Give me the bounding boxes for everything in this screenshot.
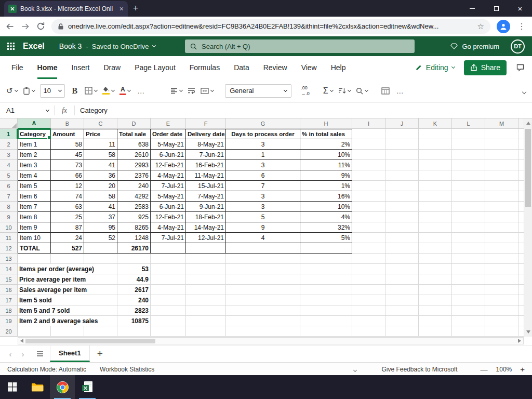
menu-tab-data[interactable]: Data xyxy=(234,56,249,79)
cell-H4[interactable]: 11% xyxy=(300,160,352,170)
cell-D15[interactable]: 44.9 xyxy=(117,274,151,285)
cell-F4[interactable]: 16-Feb-21 xyxy=(186,160,226,170)
cell-G18[interactable] xyxy=(226,305,300,316)
scroll-down-icon[interactable] xyxy=(526,330,530,334)
cell-B13[interactable] xyxy=(51,254,84,264)
autosum-button[interactable]: Σ xyxy=(323,86,333,96)
cell-H6[interactable]: 1% xyxy=(300,181,352,191)
column-header-J[interactable]: J xyxy=(385,118,419,129)
row-header-4[interactable]: 4 xyxy=(0,160,18,170)
add-sheet-button[interactable]: + xyxy=(97,348,103,360)
fill-color-button[interactable] xyxy=(102,87,114,95)
formula-input[interactable]: Category xyxy=(75,103,532,118)
cell-B8[interactable]: 63 xyxy=(51,202,84,212)
cell-M13[interactable] xyxy=(485,254,518,264)
bold-button[interactable]: B xyxy=(70,86,80,96)
cell-J9[interactable] xyxy=(385,212,419,222)
column-header-G[interactable]: G xyxy=(226,118,300,129)
cell-M2[interactable] xyxy=(485,139,518,150)
cell-J2[interactable] xyxy=(385,139,419,150)
cell-G3[interactable]: 1 xyxy=(226,150,300,160)
cell-E16[interactable] xyxy=(151,285,186,295)
saved-status[interactable]: - Saved to OneDrive xyxy=(86,43,155,50)
cell-D19[interactable]: 10875 xyxy=(117,316,151,326)
row-header-7[interactable]: 7 xyxy=(0,191,18,202)
cell-F5[interactable]: 11-May-21 xyxy=(186,170,226,181)
cell-M17[interactable] xyxy=(485,295,518,305)
font-color-button[interactable]: A xyxy=(119,86,130,95)
cell-G8[interactable]: 3 xyxy=(226,202,300,212)
cell-D17[interactable]: 240 xyxy=(117,295,151,305)
cell-J18[interactable] xyxy=(385,305,419,316)
cell-M18[interactable] xyxy=(485,305,518,316)
cell-F3[interactable]: 7-Jun-21 xyxy=(186,150,226,160)
column-header-B[interactable]: B xyxy=(51,118,84,129)
cell-F8[interactable]: 9-Jun-21 xyxy=(186,202,226,212)
row-header-6[interactable]: 6 xyxy=(0,181,18,191)
cell-H12[interactable] xyxy=(300,243,352,254)
row-header-15[interactable]: 15 xyxy=(0,274,18,285)
cell-B9[interactable]: 25 xyxy=(51,212,84,222)
cell-A5[interactable]: Item 4 xyxy=(18,170,51,181)
cell-H14[interactable] xyxy=(300,264,352,274)
column-header-K[interactable]: K xyxy=(419,118,452,129)
cell-J19[interactable] xyxy=(385,316,419,326)
cell-J5[interactable] xyxy=(385,170,419,181)
cell-K14[interactable] xyxy=(419,264,452,274)
cell-K4[interactable] xyxy=(419,160,452,170)
browser-tab[interactable]: Book 3.xlsx - Microsoft Excel Onli × xyxy=(4,1,128,17)
cell-D16[interactable]: 2617 xyxy=(117,285,151,295)
cell-K11[interactable] xyxy=(419,233,452,243)
cell-G2[interactable]: 3 xyxy=(226,139,300,150)
cell-F9[interactable]: 18-Feb-21 xyxy=(186,212,226,222)
cell-L2[interactable] xyxy=(452,139,485,150)
cell-M19[interactable] xyxy=(485,316,518,326)
font-size-select[interactable]: 10 xyxy=(40,84,65,98)
sheet-tab-sheet1[interactable]: Sheet1 xyxy=(50,345,90,362)
cell-A6[interactable]: Item 5 xyxy=(18,181,51,191)
cell-K8[interactable] xyxy=(419,202,452,212)
all-sheets-menu-icon[interactable] xyxy=(36,351,44,357)
cell-D9[interactable]: 925 xyxy=(117,212,151,222)
cell-B2[interactable]: 58 xyxy=(51,139,84,150)
decimal-places-buttons[interactable]: .00 →.0 xyxy=(301,85,310,96)
cell-M6[interactable] xyxy=(485,181,518,191)
cell-K20[interactable] xyxy=(419,326,452,337)
cell-H17[interactable] xyxy=(300,295,352,305)
column-header-E[interactable]: E xyxy=(151,118,186,129)
cell-A19[interactable]: Item 2 and 9 average sales xyxy=(18,316,117,326)
cell-L12[interactable] xyxy=(452,243,485,254)
cell-A1[interactable]: Category xyxy=(18,129,51,139)
row-header-18[interactable]: 18 xyxy=(0,305,18,316)
calculation-mode[interactable]: Calculation Mode: Automatic xyxy=(7,366,86,373)
cell-G7[interactable]: 3 xyxy=(226,191,300,202)
cell-H9[interactable]: 4% xyxy=(300,212,352,222)
cell-F10[interactable]: 14-May-21 xyxy=(186,222,226,233)
cell-D3[interactable]: 2610 xyxy=(117,150,151,160)
cell-I4[interactable] xyxy=(352,160,385,170)
cell-B7[interactable]: 74 xyxy=(51,191,84,202)
borders-button[interactable] xyxy=(85,87,97,95)
cell-L4[interactable] xyxy=(452,160,485,170)
alignment-button[interactable] xyxy=(170,88,182,94)
cell-K18[interactable] xyxy=(419,305,452,316)
cell-D6[interactable]: 240 xyxy=(117,181,151,191)
document-title[interactable]: Book 3 xyxy=(59,42,82,50)
cell-K2[interactable] xyxy=(419,139,452,150)
cell-D1[interactable]: Total sale xyxy=(117,129,151,139)
forward-icon[interactable] xyxy=(21,22,30,31)
menu-tab-review[interactable]: Review xyxy=(263,56,287,79)
file-explorer-button[interactable] xyxy=(25,375,50,399)
cell-C6[interactable]: 20 xyxy=(84,181,117,191)
cell-I17[interactable] xyxy=(352,295,385,305)
cell-K1[interactable] xyxy=(419,129,452,139)
cell-J8[interactable] xyxy=(385,202,419,212)
cell-M11[interactable] xyxy=(485,233,518,243)
paste-button[interactable] xyxy=(23,87,35,95)
row-header-10[interactable]: 10 xyxy=(0,222,18,233)
cell-B3[interactable]: 45 xyxy=(51,150,84,160)
cell-A12[interactable]: TOTAL xyxy=(18,243,51,254)
menu-tab-page-layout[interactable]: Page Layout xyxy=(135,56,176,79)
row-header-2[interactable]: 2 xyxy=(0,139,18,150)
row-header-3[interactable]: 3 xyxy=(0,150,18,160)
